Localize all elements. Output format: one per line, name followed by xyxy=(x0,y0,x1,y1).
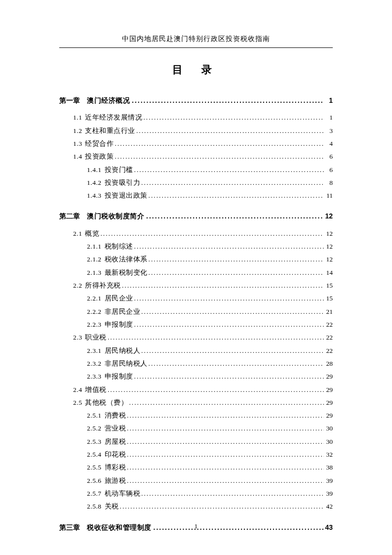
toc-text: 申报制度 xyxy=(105,370,133,383)
toc-line: 2.5.1消费税................................… xyxy=(59,409,333,422)
toc-text: 投资退出政策 xyxy=(105,189,148,202)
toc-page: 29 xyxy=(324,396,333,409)
toc-dots: ........................................… xyxy=(114,150,324,163)
toc-text: 经贸合作 xyxy=(85,137,114,150)
toc-line: 第一章澳门经济概况...............................… xyxy=(59,94,333,107)
toc-line: 2.5.6旅游税................................… xyxy=(59,474,333,487)
toc-dots: ........................................… xyxy=(128,396,324,409)
toc-number: 1.4.1 xyxy=(59,164,105,176)
toc-page: 6 xyxy=(324,164,333,176)
toc-text: 消费税 xyxy=(105,409,126,422)
toc-dots: ........................................… xyxy=(135,125,324,137)
toc-dots: ........................................… xyxy=(145,210,324,223)
toc-text: 印花税 xyxy=(105,448,126,461)
toc-number: 2.5.8 xyxy=(59,500,105,513)
toc-page: 15 xyxy=(324,279,333,292)
toc-page: 22 xyxy=(324,318,333,331)
toc-number: 2.1.2 xyxy=(59,253,105,266)
toc-number: 1.1 xyxy=(59,111,85,124)
toc-dots: ........................................… xyxy=(131,94,324,107)
toc-number: 2.2.2 xyxy=(59,305,105,318)
toc-number: 1.4.2 xyxy=(59,176,105,189)
toc-text: 机动车辆税 xyxy=(105,487,141,500)
toc-dots: ........................................… xyxy=(148,266,324,279)
toc-line: 1.1近年经济发展情况.............................… xyxy=(59,111,333,124)
toc-number: 2.1.1 xyxy=(59,240,105,253)
toc-text: 投资政策 xyxy=(85,150,114,163)
toc-text: 博彩税 xyxy=(105,461,126,474)
toc-line: 2.1.2税收法律体系.............................… xyxy=(59,253,333,266)
toc-page: 32 xyxy=(324,448,333,461)
toc-dots: ........................................… xyxy=(119,500,324,513)
toc-page: 38 xyxy=(324,461,333,474)
toc-number: 2.3 xyxy=(59,331,85,344)
toc-page: 11 xyxy=(324,189,333,202)
toc-number: 2.5 xyxy=(59,396,85,409)
toc-page: 1 xyxy=(324,111,333,124)
toc-line: 1.4.1投资门槛...............................… xyxy=(59,164,333,176)
toc-number: 2.3.1 xyxy=(59,344,105,357)
toc-line: 1.2支柱和重点行业..............................… xyxy=(59,125,333,137)
toc-dots: ........................................… xyxy=(140,487,324,500)
toc-line: 2.1.3最新税制变化.............................… xyxy=(59,266,333,279)
toc-number: 2.1 xyxy=(59,227,85,240)
toc-page: 15 xyxy=(324,292,333,305)
toc-page: 29 xyxy=(324,384,333,396)
toc-dots: ........................................… xyxy=(148,357,324,370)
toc-text: 澳门经济概况 xyxy=(87,94,131,107)
toc-line: 1.4.3投资退出政策.............................… xyxy=(59,189,333,202)
toc-text: 其他税（费） xyxy=(85,396,128,409)
toc-page: 12 xyxy=(324,240,333,253)
toc-text: 近年经济发展情况 xyxy=(85,111,142,124)
toc-line: 2.5.8关税.................................… xyxy=(59,500,333,513)
toc-number: 1.4 xyxy=(59,150,85,163)
toc-dots: ........................................… xyxy=(114,137,324,150)
toc-number: 2.2.1 xyxy=(59,292,105,305)
toc-text: 旅游税 xyxy=(105,474,126,487)
toc-dots: ........................................… xyxy=(133,164,324,176)
toc-number: 2.5.1 xyxy=(59,409,105,422)
toc-dots: ........................................… xyxy=(140,305,324,318)
toc-page: 39 xyxy=(324,487,333,500)
toc-text: 居民纳税人 xyxy=(105,344,141,357)
toc-number: 2.2 xyxy=(59,279,85,292)
toc-number: 2.3.2 xyxy=(59,357,105,370)
toc-dots: ........................................… xyxy=(126,461,324,474)
toc-dots: ........................................… xyxy=(126,435,324,448)
toc-line: 2.5.7机动车辆税..............................… xyxy=(59,487,333,500)
toc-text: 职业税 xyxy=(85,331,107,344)
toc-line: 1.4投资政策.................................… xyxy=(59,150,333,163)
toc-dots: ........................................… xyxy=(133,240,324,253)
toc-dots: ........................................… xyxy=(140,176,324,189)
toc-dots: ........................................… xyxy=(142,111,324,124)
toc-dots: ........................................… xyxy=(126,448,324,461)
toc-page: 12 xyxy=(324,253,333,266)
toc-page: 1 xyxy=(324,94,333,107)
toc-page: 22 xyxy=(324,331,333,344)
toc-line: 2.5.2营业税................................… xyxy=(59,422,333,435)
toc-dots: ........................................… xyxy=(107,384,324,396)
page-number: 1 xyxy=(0,522,392,530)
toc-line: 2.2.2非居民企业..............................… xyxy=(59,305,333,318)
toc-page: 30 xyxy=(324,435,333,448)
toc-page: 8 xyxy=(324,176,333,189)
toc-dots: ........................................… xyxy=(148,189,324,202)
toc-chapter-prefix: 第二章 xyxy=(59,210,87,223)
toc-dots: ........................................… xyxy=(121,279,324,292)
toc-line: 2.3.2非居民纳税人.............................… xyxy=(59,357,333,370)
toc-text: 支柱和重点行业 xyxy=(85,125,135,137)
toc-page: 28 xyxy=(324,357,333,370)
toc-number: 1.4.3 xyxy=(59,189,105,202)
toc-text: 申报制度 xyxy=(105,318,133,331)
toc-text: 营业税 xyxy=(105,422,126,435)
toc-page: 6 xyxy=(324,150,333,163)
toc-number: 1.3 xyxy=(59,137,85,150)
toc-number: 2.1.3 xyxy=(59,266,105,279)
toc-text: 投资吸引力 xyxy=(105,176,141,189)
toc-number: 1.2 xyxy=(59,125,85,137)
toc-page: 22 xyxy=(324,344,333,357)
table-of-contents: 第一章澳门经济概况...............................… xyxy=(59,94,333,534)
toc-dots: ........................................… xyxy=(107,331,324,344)
toc-line: 2.3职业税..................................… xyxy=(59,331,333,344)
toc-dots: ........................................… xyxy=(99,227,324,240)
